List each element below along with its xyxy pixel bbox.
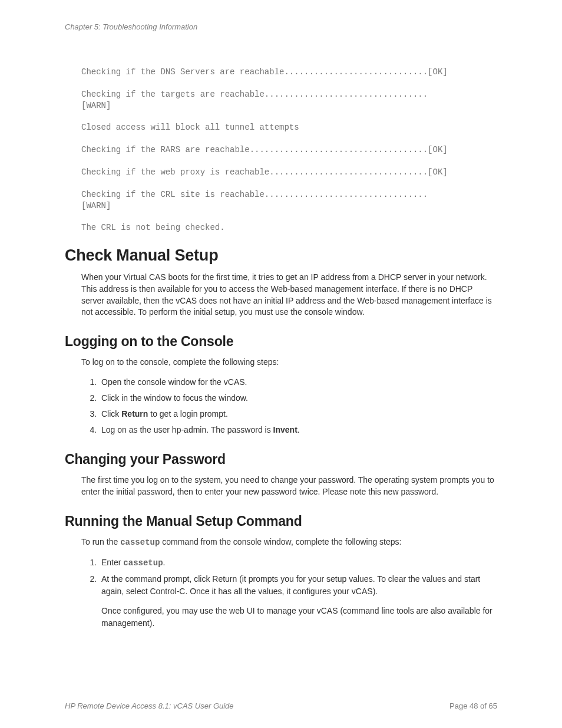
text: command from the console window, complet… [160,537,401,546]
paragraph: To run the cassetup command from the con… [81,536,497,549]
heading-running-manual-setup: Running the Manual Setup Command [65,513,497,529]
code-line: Checking if the CRL site is reachable...… [81,190,428,199]
mono-text: cassetup [120,538,160,547]
code-line: Checking if the web proxy is reachable..… [81,167,448,177]
bold-text: Return [121,409,148,419]
list-item: Log on as the user hp-admin. The passwor… [99,424,497,436]
text: Enter [101,558,123,567]
code-line: Checking if the targets are reachable...… [81,90,428,99]
heading-check-manual-setup: Check Manual Setup [65,246,497,265]
code-line: [WARN] [81,201,111,210]
mono-text: cassetup [123,558,163,568]
code-line: [WARN] [81,101,111,110]
code-line: The CRL is not being checked. [81,223,225,232]
text: At the command prompt, click Return (it … [101,574,480,596]
text: . [163,558,166,567]
text: Log on as the user hp-admin. The passwor… [101,425,273,434]
text: . [297,425,300,434]
heading-changing-password: Changing your Password [65,452,497,467]
list-item: Open the console window for the vCAS. [99,376,497,388]
list-item: Click Return to get a login prompt. [99,408,497,420]
list-item: Click in the window to focus the window. [99,392,497,404]
code-line: Closed access will block all tunnel atte… [81,123,299,132]
footer-title: HP Remote Device Access 8.1: vCAS User G… [65,701,234,710]
chapter-header: Chapter 5: Troubleshooting Information [65,22,497,31]
paragraph: The first time you log on to the system,… [81,475,497,498]
terminal-output: Checking if the DNS Servers are reachabl… [81,67,497,233]
steps-list-logging: Open the console window for the vCAS. Cl… [85,376,497,436]
code-line: Checking if the RARS are reachable......… [81,145,448,154]
text: Click [101,409,121,419]
document-page: Chapter 5: Troubleshooting Information C… [0,0,562,728]
steps-list-running: Enter cassetup. At the command prompt, c… [85,556,497,630]
list-item: Enter cassetup. [99,556,497,569]
text: To run the [81,537,120,546]
footer-page-number: Page 48 of 65 [449,701,497,710]
page-footer: HP Remote Device Access 8.1: vCAS User G… [65,701,497,710]
heading-logging-console: Logging on to the Console [65,334,497,350]
bold-text: Invent [273,425,297,434]
text: to get a login prompt. [148,409,227,419]
text: Once configured, you may use the web UI … [101,605,497,630]
paragraph: To log on to the console, complete the f… [81,357,497,368]
code-line: Checking if the DNS Servers are reachabl… [81,67,448,77]
paragraph: When your Virtual CAS boots for the firs… [81,272,497,318]
list-item: At the command prompt, click Return (it … [99,573,497,630]
